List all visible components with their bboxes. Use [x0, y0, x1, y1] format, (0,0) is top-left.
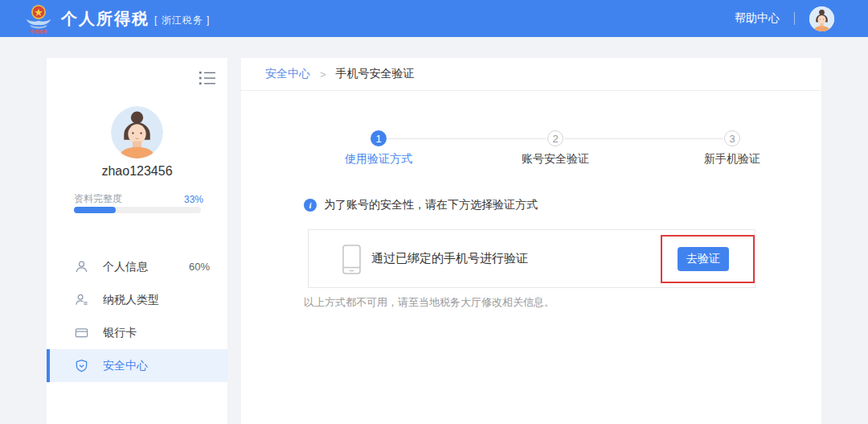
app-region-tag: [ 浙江税务 ] — [154, 10, 210, 27]
username: zhao123456 — [47, 164, 227, 179]
step-2-label: 账号安全验证 — [491, 152, 620, 167]
avatar-image-icon — [111, 106, 163, 158]
progress-fill — [74, 207, 116, 213]
sidebar-item-label: 个人信息 — [103, 260, 148, 274]
breadcrumb-current-page: 手机号安全验证 — [336, 67, 415, 81]
info-icon: i — [304, 199, 317, 212]
step-3-circle: 3 — [724, 130, 740, 146]
profile-completeness-percent: 33% — [184, 194, 203, 205]
page: 中国税务 个人所得税 [ 浙江税务 ] 帮助中心 — [0, 0, 868, 424]
sidebar-item-label: 安全中心 — [103, 359, 148, 373]
sidebar-item-taxpayer-type[interactable]: 纳税人类型 — [47, 283, 227, 316]
progress-bar — [74, 207, 201, 213]
profile-avatar — [111, 106, 163, 158]
personal-info-percent: 60% — [189, 261, 210, 273]
bank-card-icon — [75, 326, 88, 340]
info-tip-text: 为了账号的安全性，请在下方选择验证方式 — [324, 198, 538, 212]
breadcrumb-security-center[interactable]: 安全中心 — [265, 67, 310, 81]
sidebar-item-personal-info[interactable]: 个人信息 60% — [47, 250, 227, 283]
phone-icon — [342, 245, 361, 274]
method-description: 通过已绑定的手机号进行验证 — [371, 230, 528, 287]
user-avatar[interactable] — [809, 6, 834, 31]
svg-text:中国税务: 中国税务 — [30, 29, 47, 34]
sidebar-item-label: 纳税人类型 — [103, 293, 159, 307]
step-connector — [388, 138, 546, 139]
step-1-label: 使用验证方式 — [314, 152, 443, 167]
step-1-circle: 1 — [371, 130, 387, 146]
shield-icon — [75, 359, 88, 373]
china-tax-emblem-icon: 中国税务 — [24, 3, 53, 34]
sidebar-menu: 个人信息 60% 纳税人类型 银行卡 — [47, 250, 227, 382]
step-3-label: 新手机验证 — [668, 152, 796, 167]
sidebar-item-security-center[interactable]: 安全中心 — [47, 349, 227, 382]
taxpayer-type-icon — [75, 293, 88, 307]
verification-method-card: 通过已绑定的手机号进行验证 去验证 — [308, 229, 755, 288]
main-panel: 安全中心 > 手机号安全验证 1 2 3 使用验证方式 账号安全验证 新手机验证… — [241, 58, 821, 424]
step-2-circle: 2 — [547, 130, 563, 146]
sidebar-item-label: 银行卡 — [103, 326, 137, 340]
step-connector — [565, 138, 723, 139]
avatar-image-icon — [809, 6, 834, 31]
sidebar-item-bank-card[interactable]: 银行卡 — [47, 316, 227, 349]
collapse-menu-icon[interactable] — [199, 71, 215, 85]
sidebar: zhao123456 资料完整度 33% 个人信息 60% — [47, 58, 227, 424]
go-verify-button[interactable]: 去验证 — [678, 247, 729, 271]
breadcrumb: 安全中心 > 手机号安全验证 — [241, 58, 821, 91]
breadcrumb-separator-icon: > — [320, 68, 326, 80]
user-icon — [75, 260, 88, 274]
verification-stepper: 1 2 3 使用验证方式 账号安全验证 新手机验证 — [241, 130, 821, 179]
info-tip: i 为了账号的安全性，请在下方选择验证方式 — [304, 198, 538, 212]
profile-completeness-label: 资料完整度 — [74, 192, 122, 206]
header-divider — [794, 12, 795, 25]
app-title: 个人所得税 — [61, 8, 149, 30]
app-header: 中国税务 个人所得税 [ 浙江税务 ] 帮助中心 — [0, 0, 868, 37]
fallback-note: 以上方式都不可用，请至当地税务大厅修改相关信息。 — [304, 295, 555, 310]
help-center-link[interactable]: 帮助中心 — [735, 11, 780, 26]
